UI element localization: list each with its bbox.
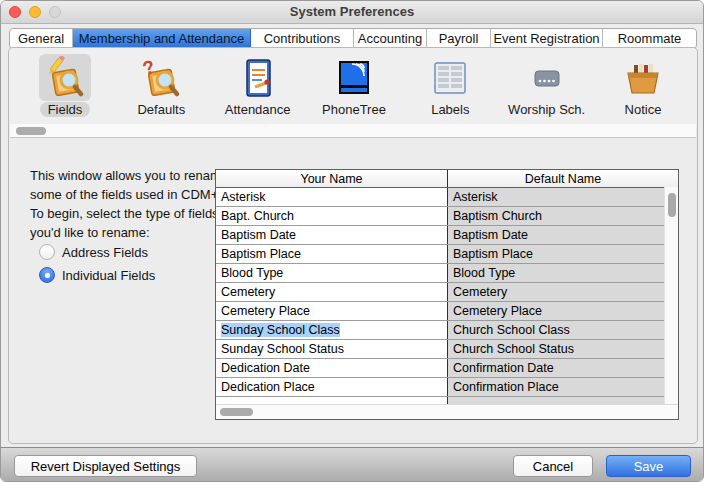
defaults-icon: ?	[135, 54, 187, 101]
radio-button-unselected[interactable]	[39, 244, 55, 260]
intro-text: This window allows you to rename some of…	[30, 166, 228, 242]
default-name-cell: Cemetery	[448, 283, 678, 301]
your-name-text: Asterisk	[221, 190, 265, 204]
phonetree-icon	[328, 54, 380, 101]
column-header-your-name[interactable]: Your Name	[216, 170, 448, 187]
toolbar-item-worship-schedule[interactable]: Worship Sch.	[501, 54, 593, 124]
toolbar-item-defaults[interactable]: ? Defaults	[115, 54, 207, 124]
table-row: Cemetery Cemetery	[216, 283, 678, 302]
your-name-cell[interactable]: Baptism Date	[216, 226, 448, 244]
minimize-button[interactable]	[29, 6, 41, 18]
your-name-cell[interactable]: Dedication Place	[216, 378, 448, 396]
table-row: Baptism Date Baptism Date	[216, 226, 678, 245]
table-row: Dedication Place Confirmation Place	[216, 378, 678, 397]
tab-membership-and-attendance[interactable]: Membership and Attendance	[73, 29, 251, 48]
tab-contributions[interactable]: Contributions	[251, 29, 354, 48]
table-row: Dedication Date Confirmation Date	[216, 359, 678, 378]
table-row: Asterisk Asterisk	[216, 188, 678, 207]
your-name-cell[interactable]: Sunday School Status	[216, 340, 448, 358]
tab-payroll[interactable]: Payroll	[427, 29, 491, 48]
your-name-cell[interactable]: Bapt. Church	[216, 207, 448, 225]
default-name-text: Confirmation Place	[453, 380, 559, 394]
table-row: Sunday School Status Church School Statu…	[216, 340, 678, 359]
save-button[interactable]: Save	[606, 455, 691, 477]
default-name-cell: Asterisk	[448, 188, 678, 206]
preferences-tab-bar: General Membership and Attendance Contri…	[9, 28, 697, 49]
toolbar-label-attendance: Attendance	[217, 102, 299, 117]
your-name-cell[interactable]: Asterisk	[216, 188, 448, 206]
table-horizontal-scrollbar[interactable]	[216, 404, 678, 419]
toolbar-item-fields[interactable]: Fields	[19, 54, 111, 124]
fields-icon	[39, 54, 91, 101]
your-name-text: Bapt. Church	[221, 209, 294, 223]
radio-address-fields[interactable]: Address Fields	[39, 244, 148, 260]
zoom-button	[49, 6, 61, 18]
traffic-lights	[9, 6, 61, 18]
toolbar-label-phonetree: PhoneTree	[314, 102, 394, 117]
your-name-text: Cemetery Place	[221, 304, 310, 318]
toolbar-label-fields: Fields	[40, 102, 91, 117]
toolbar-item-labels[interactable]: Labels	[404, 54, 496, 124]
default-name-text: Asterisk	[453, 190, 497, 204]
default-name-text: Church School Status	[453, 342, 574, 356]
toolbar-horizontal-scrollbar[interactable]	[10, 124, 696, 138]
default-name-cell: Confirmation Date	[448, 359, 678, 377]
table-row: Baptism Place Baptism Place	[216, 245, 678, 264]
close-button[interactable]	[9, 6, 21, 18]
column-header-default-name[interactable]: Default Name	[448, 170, 678, 187]
your-name-cell[interactable]: Dedication Date	[216, 359, 448, 377]
default-name-text: Cemetery Place	[453, 304, 542, 318]
toolbar-label-labels: Labels	[423, 102, 477, 117]
radio-individual-fields[interactable]: Individual Fields	[39, 267, 155, 283]
your-name-text: Cemetery	[221, 285, 275, 299]
your-name-text: Baptism Date	[221, 228, 296, 242]
table-vscroll-thumb[interactable]	[668, 193, 676, 217]
toolbar-item-notice[interactable]: Notice	[597, 54, 689, 124]
default-name-cell: Church School Status	[448, 340, 678, 358]
your-name-text: Sunday School Status	[221, 342, 344, 356]
svg-text:?: ?	[140, 56, 158, 79]
table-row: Cemetery Place Cemetery Place	[216, 302, 678, 321]
your-name-cell[interactable]: Cemetery	[216, 283, 448, 301]
table-row: Blood Type Blood Type	[216, 264, 678, 283]
cancel-button[interactable]: Cancel	[513, 455, 593, 477]
toolbar-item-attendance[interactable]: Attendance	[212, 54, 304, 124]
default-name-text: Cemetery	[453, 285, 507, 299]
table-header: Your Name Default Name	[216, 170, 678, 188]
tab-roommate[interactable]: Roommate	[603, 29, 696, 48]
footer-bar: Revert Displayed Settings Cancel Save	[1, 447, 703, 482]
default-name-text: Baptism Place	[453, 247, 533, 261]
tab-event-registration[interactable]: Event Registration	[491, 29, 603, 48]
system-preferences-window: System Preferences General Membership an…	[0, 0, 704, 482]
table-vertical-scrollbar[interactable]	[664, 187, 678, 405]
membership-pane: Fields ? Defaults	[8, 47, 698, 444]
tab-general[interactable]: General	[10, 29, 73, 48]
default-name-text: Confirmation Date	[453, 361, 554, 375]
radio-button-selected[interactable]	[39, 267, 55, 283]
table-hscroll-thumb[interactable]	[220, 408, 253, 416]
default-name-cell: Baptism Date	[448, 226, 678, 244]
title-bar: System Preferences	[1, 1, 703, 24]
toolbar-label-notice: Notice	[617, 102, 670, 117]
labels-icon	[424, 54, 476, 101]
default-name-cell: Blood Type	[448, 264, 678, 282]
revert-displayed-settings-button[interactable]: Revert Displayed Settings	[14, 455, 197, 477]
toolbar-item-phonetree[interactable]: PhoneTree	[308, 54, 400, 124]
default-name-text: Baptism Church	[453, 209, 542, 223]
tab-accounting[interactable]: Accounting	[354, 29, 427, 48]
radio-label-address-fields: Address Fields	[62, 245, 148, 260]
your-name-cell[interactable]: Baptism Place	[216, 245, 448, 263]
default-name-cell: Confirmation Place	[448, 378, 678, 396]
your-name-cell[interactable]: Blood Type	[216, 264, 448, 282]
window-title: System Preferences	[1, 1, 703, 22]
your-name-text: Baptism Place	[221, 247, 301, 261]
fields-table: Your Name Default Name Asterisk Asterisk…	[215, 169, 679, 420]
table-body: Asterisk Asterisk Bapt. Church Baptism C…	[216, 188, 678, 397]
toolbar-scrollbar-thumb[interactable]	[16, 127, 46, 135]
table-row: Sunday School Class Church School Class	[216, 321, 678, 340]
your-name-cell[interactable]: Cemetery Place	[216, 302, 448, 320]
your-name-cell[interactable]: Sunday School Class	[216, 321, 448, 339]
your-name-text: Blood Type	[221, 266, 283, 280]
your-name-text: Sunday School Class	[221, 323, 340, 337]
default-name-cell: Baptism Church	[448, 207, 678, 225]
